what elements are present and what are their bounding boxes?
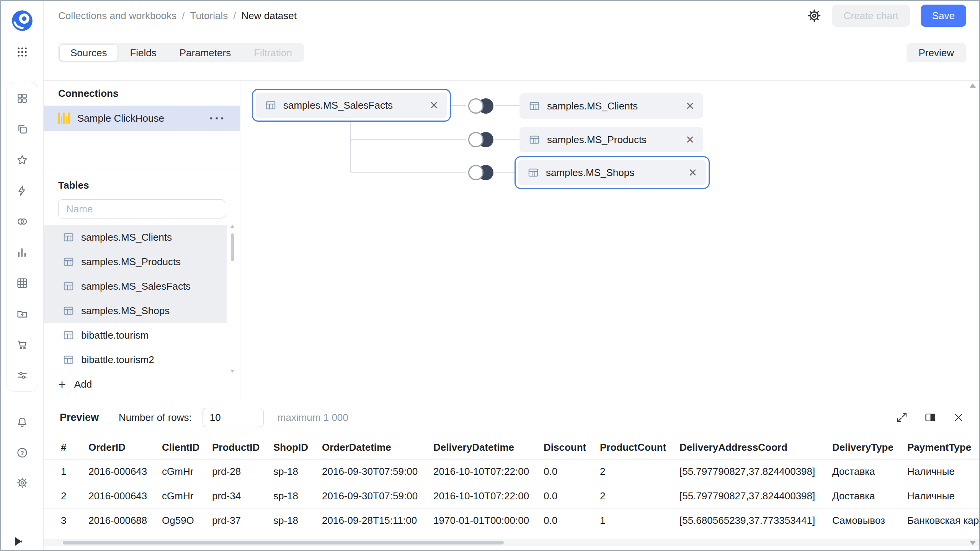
node-remove-button[interactable]: × [686, 134, 694, 145]
rows-count-label: Number of rows: [119, 412, 192, 424]
tab-fields[interactable]: Fields [119, 45, 167, 61]
table-icon [63, 305, 74, 316]
table-cell: [55.680565239,37.773353441] [679, 515, 832, 527]
source-node-clients[interactable]: samples.MS_Clients × [519, 93, 703, 119]
create-chart-button[interactable]: Create chart [832, 5, 910, 27]
table-cell: cGmHr [162, 490, 212, 502]
rings-icon[interactable] [16, 215, 28, 228]
expand-sidebar-button[interactable] [15, 537, 22, 546]
close-preview-icon[interactable] [952, 411, 965, 424]
breadcrumb-item[interactable]: Collections and workbooks [58, 10, 176, 22]
sidebar-bottom-icons: ? [1, 416, 44, 489]
node-label: samples.MS_Products [547, 134, 647, 146]
split-view-icon[interactable] [924, 411, 936, 424]
tab-parameters[interactable]: Parameters [169, 45, 242, 61]
scroll-up-icon[interactable] [230, 225, 234, 228]
page-scroll-up-icon[interactable] [970, 83, 976, 88]
table-icon [63, 329, 74, 341]
selected-node-outline: samples.MS_Shops × [514, 156, 710, 189]
source-node-shops[interactable]: samples.MS_Shops × [518, 160, 706, 185]
table-list-item[interactable]: samples.MS_SalesFacts [44, 274, 227, 298]
settings-gear-icon[interactable] [16, 477, 28, 489]
favorites-star-icon[interactable] [16, 154, 28, 166]
venn-left-circle [468, 165, 483, 180]
top-header: Collections and workbooks/Tutorials/New … [44, 1, 980, 31]
connection-item[interactable]: Sample ClickHouse ··· [44, 106, 240, 131]
sources-panel: Connections Sample ClickHouse ··· Tables… [44, 81, 240, 399]
breadcrumb: Collections and workbooks/Tutorials/New … [58, 10, 297, 22]
source-node-products[interactable]: samples.MS_Products × [519, 127, 703, 152]
table-cell: 2 [600, 466, 679, 478]
join-type-icon[interactable] [466, 163, 495, 183]
dataset-settings-gear-icon[interactable] [807, 8, 822, 23]
table-icon [529, 100, 540, 112]
table-cell: Доставка [832, 490, 907, 502]
datalens-logo[interactable] [11, 9, 34, 32]
tab-filtration[interactable]: Filtration [243, 45, 303, 61]
table-cell: 1 [600, 515, 679, 527]
breadcrumb-item[interactable]: Tutorials [190, 10, 228, 22]
page-scroll-down-icon[interactable] [970, 541, 976, 545]
plus-icon: + [58, 378, 66, 391]
flow-sliders-icon[interactable] [16, 369, 28, 381]
preview-table-row: 32016-000688Og59Oprd-37sp-182016-09-28T1… [44, 509, 980, 533]
table-cell: Самовывоз [832, 515, 907, 527]
table-cell: prd-28 [212, 466, 273, 478]
column-header: OrderID [88, 442, 162, 453]
table-grid-icon[interactable] [16, 277, 28, 289]
table-cell: prd-37 [212, 515, 273, 527]
node-remove-button[interactable]: × [430, 100, 438, 111]
all-services-grid-icon[interactable] [16, 46, 28, 58]
table-icon [63, 354, 74, 365]
storage-folder-icon[interactable] [16, 308, 28, 320]
table-cell: 0.0 [544, 490, 600, 502]
source-node-salesfacts[interactable]: samples.MS_SalesFacts × [256, 93, 447, 118]
join-type-icon[interactable] [466, 130, 495, 150]
rows-count-input[interactable] [203, 408, 264, 427]
preview-table-header: #OrderIDClientIDProductIDShopIDOrderDate… [44, 436, 980, 460]
table-list-item[interactable]: samples.MS_Shops [44, 298, 227, 323]
tables-scrollbar[interactable] [230, 225, 235, 373]
table-search-input[interactable] [58, 199, 225, 218]
preview-title: Preview [60, 412, 99, 424]
node-remove-button[interactable]: × [689, 167, 697, 178]
node-label: samples.MS_Shops [546, 167, 634, 179]
scroll-down-icon[interactable] [230, 370, 234, 373]
cart-icon[interactable] [16, 339, 28, 351]
expand-preview-icon[interactable] [896, 411, 908, 424]
app-window: ? Collections and workbooks/Tutorials/Ne… [0, 0, 980, 551]
notifications-bell-icon[interactable] [16, 416, 28, 429]
add-table-button[interactable]: + Add [58, 378, 92, 391]
join-type-icon[interactable] [466, 96, 495, 116]
table-cell: prd-34 [212, 490, 273, 502]
table-cell: 3 [61, 515, 88, 527]
sidebar-nav-panel [6, 82, 38, 392]
layers-icon[interactable] [16, 123, 28, 135]
table-cell: 2 [600, 490, 679, 502]
table-list-item[interactable]: bibattle.tourism [44, 323, 227, 347]
column-header: DeliveryType [832, 442, 907, 453]
table-cell: 1970-01-01T00:00:00 [433, 515, 544, 527]
scrollbar-thumb[interactable] [231, 233, 234, 261]
preview-button[interactable]: Preview [906, 43, 966, 62]
table-list-item[interactable]: samples.MS_Clients [44, 225, 227, 249]
bar-chart-icon[interactable] [16, 246, 28, 258]
connections-heading: Connections [58, 88, 118, 99]
breadcrumb-item: New dataset [241, 10, 297, 22]
horizontal-scrollbar[interactable] [44, 539, 980, 546]
column-header: ClientID [162, 442, 212, 453]
svg-text:?: ? [20, 450, 24, 456]
horizontal-scrollbar-thumb[interactable] [63, 541, 504, 544]
panel-divider [44, 168, 240, 168]
breadcrumb-separator: / [233, 10, 236, 22]
app-sidebar: ? [1, 1, 44, 550]
lightning-icon[interactable] [16, 184, 28, 197]
node-remove-button[interactable]: × [686, 101, 694, 112]
save-button[interactable]: Save [921, 5, 966, 27]
table-list-item[interactable]: bibattle.tourism2 [44, 347, 227, 372]
table-list-item[interactable]: samples.MS_Products [44, 249, 227, 274]
tab-sources[interactable]: Sources [60, 45, 118, 61]
table-icon [63, 280, 74, 292]
help-icon[interactable]: ? [16, 447, 28, 459]
dashboards-icon[interactable] [16, 92, 28, 104]
